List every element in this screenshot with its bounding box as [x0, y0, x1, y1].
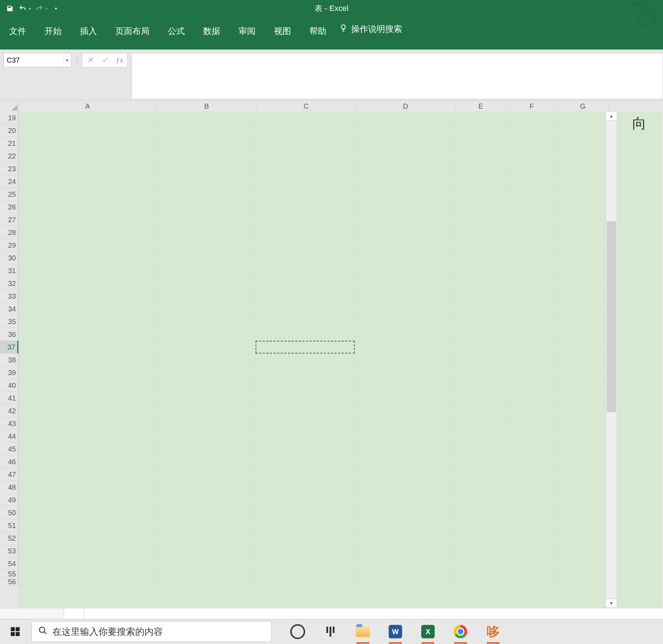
cell-E35[interactable]: [454, 315, 504, 328]
cell-B29[interactable]: [156, 239, 256, 252]
cell-B31[interactable]: [156, 264, 256, 277]
cell-B34[interactable]: [156, 303, 256, 315]
cell-F31[interactable]: [504, 264, 555, 277]
row-header-29[interactable]: 29: [0, 239, 18, 252]
tab-insert[interactable]: 插入: [71, 23, 106, 39]
taskbar-search[interactable]: 在这里输入你要搜索的内容: [32, 621, 272, 642]
cell-B33[interactable]: [156, 290, 256, 303]
cell-F53[interactable]: [504, 545, 555, 557]
cell-B23[interactable]: [156, 162, 256, 175]
tab-help[interactable]: 帮助: [300, 23, 336, 39]
scroll-track[interactable]: [606, 121, 617, 599]
row-header-52[interactable]: 52: [0, 532, 18, 545]
scroll-thumb[interactable]: [607, 221, 616, 412]
chrome-icon[interactable]: [452, 623, 469, 640]
cell-B38[interactable]: [156, 353, 256, 366]
col-header-B[interactable]: B: [157, 101, 257, 112]
word-icon[interactable]: W: [387, 623, 404, 640]
tab-home[interactable]: 开始: [35, 23, 71, 39]
excel-icon[interactable]: X: [419, 623, 436, 640]
cell-E33[interactable]: [454, 290, 504, 303]
save-icon[interactable]: [6, 4, 14, 13]
name-box[interactable]: ▾: [4, 53, 72, 67]
cell-G49[interactable]: [555, 494, 606, 506]
app-orange-icon[interactable]: 哆: [485, 623, 502, 640]
cell-A19[interactable]: [18, 111, 156, 124]
cell-G52[interactable]: [555, 532, 606, 545]
cell-A26[interactable]: [18, 201, 156, 213]
sheet-nav-buttons[interactable]: [0, 608, 64, 619]
row-header-40[interactable]: 40: [0, 379, 18, 392]
cell-D50[interactable]: [355, 506, 454, 519]
cell-G44[interactable]: [555, 430, 606, 443]
cell-D53[interactable]: [355, 545, 454, 557]
sheet-tab[interactable]: [64, 608, 84, 619]
cell-B28[interactable]: [156, 226, 256, 239]
row-header-20[interactable]: 20: [0, 124, 18, 137]
cell-E41[interactable]: [454, 392, 504, 404]
row-header-30[interactable]: 30: [0, 252, 18, 264]
cell-D23[interactable]: [355, 162, 454, 175]
formula-bar-handle-icon[interactable]: ⋮: [74, 53, 80, 67]
cell-D47[interactable]: [355, 468, 454, 481]
cell-B44[interactable]: [156, 430, 256, 443]
row-header-35[interactable]: 35: [0, 315, 18, 328]
cell-B39[interactable]: [156, 366, 256, 379]
cell-E19[interactable]: [454, 111, 504, 124]
task-view-icon[interactable]: [322, 623, 339, 640]
cell-D29[interactable]: [355, 239, 454, 252]
row-header-42[interactable]: 42: [0, 404, 18, 417]
cell-F41[interactable]: [504, 392, 555, 404]
tell-me-search[interactable]: 操作说明搜索: [336, 23, 402, 35]
cell-E36[interactable]: [454, 328, 504, 341]
cell-E44[interactable]: [454, 430, 504, 443]
cell-F30[interactable]: [504, 252, 555, 264]
cell-F26[interactable]: [504, 201, 555, 213]
row-header-44[interactable]: 44: [0, 430, 18, 443]
tab-formulas[interactable]: 公式: [159, 23, 194, 39]
cell-B40[interactable]: [156, 379, 256, 392]
cell-A53[interactable]: [18, 545, 156, 557]
cell-E32[interactable]: [454, 277, 504, 290]
cell-B36[interactable]: [156, 328, 256, 341]
cell-B55[interactable]: [156, 570, 256, 578]
cell-E54[interactable]: [454, 557, 504, 570]
redo-icon[interactable]: [35, 4, 44, 13]
cell-B35[interactable]: [156, 315, 256, 328]
cell-C39[interactable]: [256, 366, 355, 379]
cell-A34[interactable]: [18, 303, 156, 315]
tab-view[interactable]: 视图: [265, 23, 300, 39]
row-header-28[interactable]: 28: [0, 226, 18, 239]
cell-B51[interactable]: [156, 519, 256, 532]
cell-E23[interactable]: [454, 162, 504, 175]
cell-A50[interactable]: [18, 506, 156, 519]
cell-E24[interactable]: [454, 175, 504, 188]
row-header-56[interactable]: 56: [0, 578, 18, 586]
cell-D27[interactable]: [355, 213, 454, 226]
row-header-45[interactable]: 45: [0, 443, 18, 455]
cell-C38[interactable]: [256, 353, 355, 366]
cell-E25[interactable]: [454, 188, 504, 201]
row-header-49[interactable]: 49: [0, 494, 18, 506]
cell-F52[interactable]: [504, 532, 555, 545]
cell-D26[interactable]: [355, 201, 454, 213]
cell-E40[interactable]: [454, 379, 504, 392]
cell-A38[interactable]: [18, 353, 156, 366]
cell-G47[interactable]: [555, 468, 606, 481]
cell-C21[interactable]: [256, 137, 355, 150]
row-header-43[interactable]: 43: [0, 417, 18, 430]
cell-F43[interactable]: [504, 417, 555, 430]
cell-D49[interactable]: [355, 494, 454, 506]
cell-F54[interactable]: [504, 557, 555, 570]
cell-F28[interactable]: [504, 226, 555, 239]
cell-C55[interactable]: [256, 570, 355, 578]
cell-E43[interactable]: [454, 417, 504, 430]
cell-A39[interactable]: [18, 366, 156, 379]
row-header-51[interactable]: 51: [0, 519, 18, 532]
cell-D38[interactable]: [355, 353, 454, 366]
cell-A29[interactable]: [18, 239, 156, 252]
cell-G40[interactable]: [555, 379, 606, 392]
cell-B22[interactable]: [156, 150, 256, 162]
cell-B49[interactable]: [156, 494, 256, 506]
cell-G56[interactable]: [555, 578, 606, 586]
